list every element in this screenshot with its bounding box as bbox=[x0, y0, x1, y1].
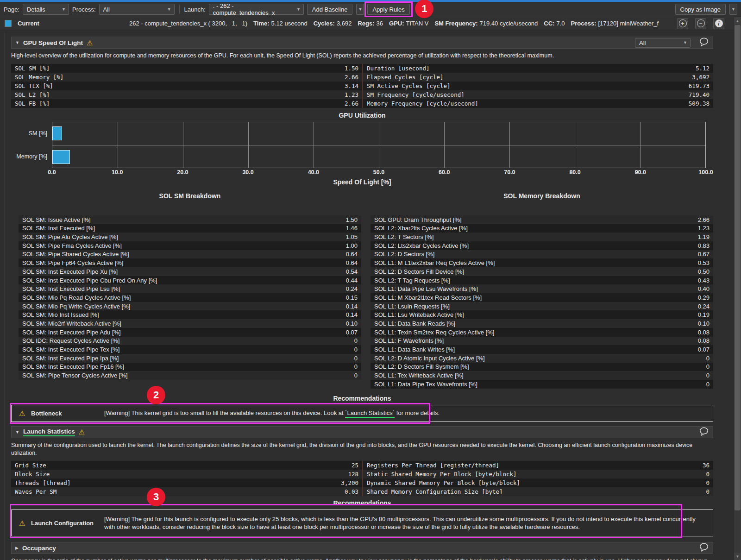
table-row[interactable]: Grid Size25 bbox=[11, 461, 362, 470]
sm-frequency-label: SM Frequency: bbox=[434, 20, 477, 27]
table-row[interactable]: SOL L1: Texin Sm2tex Req Cycles Active [… bbox=[370, 328, 713, 337]
table-row[interactable]: SOL SM: Inst Executed Pipe Lsu [%]0.24 bbox=[19, 284, 361, 293]
table-row[interactable]: Shared Memory Configuration Size [byte]0 bbox=[363, 487, 713, 496]
table-row[interactable]: Memory Frequency [cycle/usecond]509.38 bbox=[363, 99, 713, 108]
table-row[interactable]: SOL L1: Data Bank Reads [%]0.10 bbox=[370, 319, 713, 328]
x-tick-label: 80.0 bbox=[569, 169, 580, 176]
table-row[interactable]: SOL IDC: Request Cycles Active [%]0 bbox=[19, 337, 361, 346]
table-row[interactable]: SOL L1: Data Bank Writes [%]0.07 bbox=[370, 345, 713, 354]
table-row[interactable]: SOL SM: Pipe Tensor Cycles Active [%]0 bbox=[19, 371, 361, 380]
copy-as-image-button[interactable]: Copy as Image bbox=[675, 4, 726, 15]
metric-value: 0.14 bbox=[346, 303, 361, 310]
table-row[interactable]: Dynamic Shared Memory Per Block [byte/bl… bbox=[363, 478, 713, 487]
metric-value: 0 bbox=[706, 488, 713, 495]
table-row[interactable]: SM Active Cycles [cycle]619.73 bbox=[363, 82, 713, 90]
table-row[interactable]: SOL FB [%]2.66 bbox=[11, 99, 362, 108]
table-row[interactable]: SOL L2: D Sectors [%]0.67 bbox=[370, 250, 713, 259]
collapse-triangle-icon[interactable]: ▶ bbox=[15, 546, 19, 550]
vertical-scrollbar[interactable]: ▲ ▼ bbox=[734, 17, 741, 560]
table-row[interactable]: SOL L2: T Tag Requests [%]0.43 bbox=[370, 276, 713, 285]
table-row[interactable]: Block Size128 bbox=[11, 470, 362, 478]
table-row[interactable]: Registers Per Thread [register/thread]36 bbox=[363, 461, 713, 470]
process-select[interactable]: All ▼ bbox=[99, 4, 175, 15]
metric-name: SOL SM: Pipe Fma Cycles Active [%] bbox=[19, 242, 122, 249]
table-row[interactable]: SOL SM: Mio Pq Write Cycles Active [%]0.… bbox=[19, 302, 361, 311]
table-row[interactable]: SOL SM: Inst Executed Pipe Fp16 [%]0 bbox=[19, 363, 361, 371]
table-row[interactable]: Static Shared Memory Per Block [byte/blo… bbox=[363, 470, 713, 478]
table-row[interactable]: SOL SM: Pipe Shared Cycles Active [%]0.6… bbox=[19, 250, 361, 259]
scrollbar-thumb[interactable] bbox=[735, 25, 741, 510]
table-row[interactable]: SOL SM [%]1.50 bbox=[11, 64, 362, 73]
metric-value: 0.24 bbox=[346, 285, 361, 292]
table-row[interactable]: SOL SM: Pipe Fma Cycles Active [%]1.00 bbox=[19, 241, 361, 250]
section-header-gpu-speed-of-light[interactable]: ▼ GPU Speed Of Light ⚠ All ▼ bbox=[11, 37, 713, 49]
collapse-triangle-icon[interactable]: ▼ bbox=[15, 40, 19, 45]
metric-value: 0.10 bbox=[346, 320, 361, 327]
table-row[interactable]: SOL SM: Inst Executed [%]1.46 bbox=[19, 224, 361, 233]
table-row[interactable]: SOL TEX [%]3.14 bbox=[11, 82, 362, 90]
table-row[interactable]: SOL SM: Inst Executed Pipe Cbu Pred On A… bbox=[19, 276, 361, 285]
comment-bubble-icon[interactable] bbox=[699, 38, 709, 48]
table-row[interactable]: SOL L2: T Sectors [%]1.19 bbox=[370, 233, 713, 241]
comment-bubble-icon[interactable] bbox=[699, 543, 709, 553]
add-baseline-button[interactable]: Add Baseline bbox=[307, 4, 353, 15]
metric-value: 1.23 bbox=[345, 91, 362, 98]
table-row[interactable]: SOL L1: Data Pipe Lsu Wavefronts [%]0.40 bbox=[370, 284, 713, 293]
table-row[interactable]: SOL L2: Lts2xbar Cycles Active [%]0.83 bbox=[370, 241, 713, 250]
table-row[interactable]: SOL L1: Data Pipe Tex Wavefronts [%]0 bbox=[370, 380, 713, 389]
add-baseline-dropdown[interactable]: ▼ bbox=[356, 4, 364, 15]
apply-rules-button[interactable]: Apply Rules bbox=[367, 4, 409, 15]
info-button[interactable]: i bbox=[713, 18, 724, 29]
table-row[interactable]: SOL SM: Pipe Alu Cycles Active [%]1.05 bbox=[19, 233, 361, 241]
table-row[interactable]: SOL L1: Tex Writeback Active [%]0 bbox=[370, 371, 713, 380]
zoom-out-button[interactable]: − bbox=[695, 18, 706, 29]
bottleneck-warning-box: ⚠ Bottleneck [Warning] This kernel grid … bbox=[11, 405, 713, 422]
time-value: 5.12 usecond bbox=[271, 20, 308, 27]
table-row[interactable]: SOL L2: Xbar2lts Cycles Active [%]1.23 bbox=[370, 224, 713, 233]
table-row[interactable]: SOL L2: D Sectors Fill Sysmem [%]0 bbox=[370, 363, 713, 371]
collapse-triangle-icon[interactable]: ▼ bbox=[15, 430, 19, 434]
plot-area bbox=[52, 122, 706, 168]
metric-value: 619.73 bbox=[689, 82, 713, 89]
table-row[interactable]: SOL SM: Pipe Fp64 Cycles Active [%]0.64 bbox=[19, 258, 361, 267]
table-row[interactable]: SOL SM: Mio Pq Read Cycles Active [%]0.1… bbox=[19, 293, 361, 302]
zoom-in-button[interactable]: + bbox=[677, 18, 688, 29]
copy-as-image-dropdown[interactable]: ▼ bbox=[729, 4, 737, 15]
table-row[interactable]: SOL L1: Lsu Writeback Active [%]0.19 bbox=[370, 310, 713, 319]
table-row[interactable]: SOL SM: Inst Executed Pipe Adu [%]0.07 bbox=[19, 328, 361, 337]
metric-name: SOL L1: Lsu Writeback Active [%] bbox=[370, 311, 464, 318]
section-header-occupancy[interactable]: ▶ Occupancy bbox=[11, 542, 713, 554]
table-row[interactable]: Elapsed Cycles [cycle]3,692 bbox=[363, 73, 713, 82]
table-row[interactable]: SOL L2 [%]1.23 bbox=[11, 90, 362, 99]
table-row[interactable]: SOL SM: Mio Inst Issued [%]0.14 bbox=[19, 310, 361, 319]
section-header-launch-statistics[interactable]: ▼ Launch Statistics ⚠ bbox=[11, 426, 713, 438]
table-row[interactable]: Waves Per SM0.03 bbox=[11, 487, 362, 496]
table-row[interactable]: Threads [thread]3,200 bbox=[11, 478, 362, 487]
table-row[interactable]: SOL L1: M L1tex2xbar Req Cycles Active [… bbox=[370, 258, 713, 267]
launch-statistics-link[interactable]: `Launch Statistics` bbox=[345, 409, 395, 418]
table-row[interactable]: SOL Memory [%]2.66 bbox=[11, 73, 362, 82]
sol-filter-select[interactable]: All ▼ bbox=[635, 38, 691, 48]
table-row[interactable]: SOL SM: Mio2rf Writeback Active [%]0.10 bbox=[19, 319, 361, 328]
x-tick-label: 90.0 bbox=[635, 169, 646, 176]
comment-bubble-icon[interactable] bbox=[699, 427, 709, 437]
table-row[interactable]: SOL L1: Lsuin Requests [%]0.24 bbox=[370, 302, 713, 311]
table-row[interactable]: SM Frequency [cycle/usecond]719.40 bbox=[363, 90, 713, 99]
metric-value: 0.14 bbox=[346, 311, 361, 318]
table-row[interactable]: SOL GPU: Dram Throughput [%]2.66 bbox=[370, 215, 713, 224]
metric-value: 0 bbox=[706, 363, 713, 370]
table-row[interactable]: SOL L2: D Sectors Fill Device [%]0.50 bbox=[370, 267, 713, 276]
launch-select[interactable]: . - 262 - compute_tendencies_x ▼ bbox=[209, 4, 304, 15]
table-row[interactable]: Duration [usecond]5.12 bbox=[363, 64, 713, 73]
table-row[interactable]: SOL L1: M Xbar2l1tex Read Sectors [%]0.2… bbox=[370, 293, 713, 302]
table-row[interactable]: SOL SM: Inst Executed Pipe Tex [%]0 bbox=[19, 345, 361, 354]
scroll-up-arrow[interactable]: ▲ bbox=[734, 17, 741, 25]
table-row[interactable]: SOL L1: F Wavefronts [%]0.08 bbox=[370, 337, 713, 346]
table-row[interactable]: SOL L2: D Atomic Input Cycles Active [%]… bbox=[370, 354, 713, 363]
table-row[interactable]: SOL SM: Inst Executed Pipe Ipa [%]0 bbox=[19, 354, 361, 363]
scroll-down-arrow[interactable]: ▼ bbox=[734, 553, 741, 560]
metric-value: 128 bbox=[348, 471, 362, 478]
table-row[interactable]: SOL SM: Inst Executed Pipe Xu [%]0.54 bbox=[19, 267, 361, 276]
page-select[interactable]: Details ▼ bbox=[23, 4, 69, 15]
table-row[interactable]: SOL SM: Issue Active [%]1.50 bbox=[19, 215, 361, 224]
